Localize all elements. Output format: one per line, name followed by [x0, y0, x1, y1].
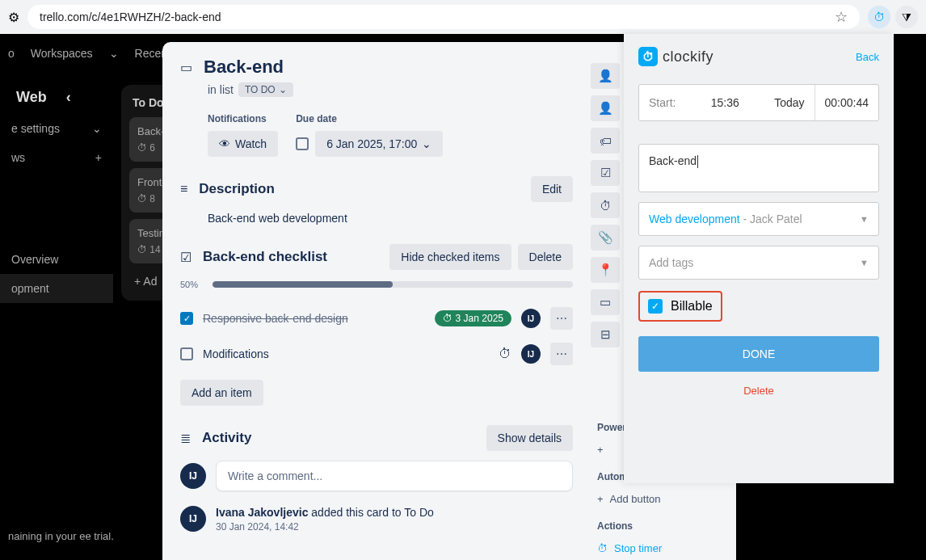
custom-fields-button[interactable]: ⊟ [591, 322, 620, 347]
edit-description-button[interactable]: Edit [531, 176, 573, 202]
due-checkbox[interactable] [296, 137, 309, 150]
extension-icons: ⏱ ⧩ [868, 6, 918, 28]
cover-icon: ▭ [600, 295, 611, 309]
description-icon: ≡ [180, 182, 187, 196]
show-details-button[interactable]: Show details [486, 425, 573, 451]
label-icon: 🏷 [600, 134, 612, 148]
avatar[interactable]: IJ [180, 506, 206, 532]
plus-icon[interactable]: + [95, 151, 102, 164]
cover-button[interactable]: ▭ [591, 289, 620, 315]
back-link[interactable]: Back [856, 51, 879, 63]
hide-checked-button[interactable]: Hide checked items [389, 244, 511, 270]
clock-icon: ⏱ [600, 199, 612, 213]
checklist-icon: ☑ [180, 250, 192, 265]
billable-checkbox[interactable]: ✓ [648, 299, 663, 314]
plus-icon: + [597, 493, 604, 505]
clock-icon[interactable]: ⏱ [499, 347, 511, 361]
location-icon: 📍 [598, 263, 613, 277]
attachment-icon: 📎 [598, 230, 613, 245]
project-select[interactable]: Web development - Jack Patel ▼ [638, 202, 879, 236]
checklist-item[interactable]: ✓ Responsive back-end design ⏱3 Jan 2025… [180, 301, 573, 336]
sidebar-item-settings[interactable]: e settings [11, 122, 60, 135]
url-bar[interactable]: trello.com/c/4e1RWHZH/2-back-end ☆ [27, 5, 860, 29]
sidebar-item-overview[interactable]: Overview [11, 253, 58, 266]
activity-heading: Activity [202, 430, 475, 446]
chevron-down-icon: ⌄ [92, 122, 102, 135]
comment-input[interactable]: Write a comment... [216, 461, 573, 491]
user-plus-icon: 👤 [598, 69, 613, 83]
activity-timestamp: 30 Jan 2024, 14:42 [216, 521, 434, 533]
bookmark-star-icon[interactable]: ☆ [835, 8, 848, 26]
checklist-title[interactable]: Back-end checklist [203, 249, 378, 265]
timer-row: Start: 15:36 Today 00:00:44 [638, 84, 879, 121]
activity-entry: Ivana Jakovljevic added this card to To … [216, 506, 434, 519]
add-card[interactable]: Ad [143, 275, 157, 288]
clockify-panel: ⏱ clockify Back Start: 15:36 Today 00:00… [624, 34, 894, 483]
progress-bar [213, 281, 573, 288]
notifications-label: Notifications [208, 113, 278, 124]
actions-heading: Actions [597, 520, 726, 532]
join-button[interactable]: 👤 [591, 63, 620, 89]
chevron-down-icon: ▼ [860, 214, 869, 224]
avatar[interactable]: IJ [521, 344, 541, 364]
delete-link[interactable]: Delete [638, 385, 879, 397]
clockify-icon: ⏱ [597, 542, 608, 554]
list-badge[interactable]: TO DO ⌄ [238, 82, 293, 97]
description-input[interactable]: Back-end [638, 144, 879, 192]
tags-select[interactable]: Add tags ▼ [638, 246, 879, 280]
more-icon[interactable]: ⋯ [550, 343, 573, 365]
members-button[interactable]: 👤 [591, 95, 620, 121]
dates-button[interactable]: ⏱ [591, 192, 620, 218]
progress-pct: 50% [180, 280, 204, 289]
clock-icon: ⏱ [443, 313, 452, 324]
site-settings-icon[interactable]: ⚙ [8, 10, 19, 25]
logo-icon[interactable]: o [8, 47, 15, 60]
in-list-label: in list [208, 83, 234, 96]
checklist-button[interactable]: ☑ [591, 160, 620, 186]
elapsed-time: 00:00:44 [814, 85, 879, 120]
more-icon[interactable]: ⋯ [550, 307, 573, 330]
fields-icon: ⊟ [600, 327, 611, 342]
extensions-icon[interactable]: ⧩ [895, 6, 918, 28]
location-button[interactable]: 📍 [591, 257, 620, 283]
clockify-extension-icon[interactable]: ⏱ [868, 6, 890, 28]
stop-timer-button[interactable]: ⏱Stop timer [597, 538, 726, 558]
start-time[interactable]: 15:36 [685, 96, 764, 109]
activity-icon: ≣ [180, 431, 191, 446]
chevron-down-icon: ⌄ [279, 84, 287, 95]
billable-toggle-highlighted[interactable]: ✓ Billable [638, 291, 722, 322]
checkbox-checked[interactable]: ✓ [180, 312, 193, 325]
chevron-down-icon: ⌄ [422, 137, 431, 150]
labels-button[interactable]: 🏷 [591, 128, 620, 154]
chevron-down-icon: ▼ [860, 258, 869, 267]
board-title[interactable]: Web [16, 89, 47, 106]
card-icon: ▭ [180, 60, 192, 75]
chevron-down-icon: ⌄ [109, 47, 119, 60]
checklist-item-date[interactable]: ⏱3 Jan 2025 [435, 310, 511, 326]
done-button[interactable]: DONE [638, 336, 879, 372]
checklist-item[interactable]: Modifications ⏱ IJ ⋯ [180, 336, 573, 372]
description-text[interactable]: Back-end web development [208, 212, 573, 225]
avatar[interactable]: IJ [521, 309, 541, 328]
add-button-button[interactable]: +Add button [597, 489, 726, 509]
collapse-icon[interactable]: ‹ [47, 89, 71, 106]
start-label: Start: [639, 96, 685, 109]
plus-icon: + [597, 444, 604, 456]
delete-checklist-button[interactable]: Delete [518, 244, 573, 270]
due-date-button[interactable]: 6 Jan 2025, 17:00 ⌄ [315, 131, 443, 157]
checklist-icon: ☑ [600, 166, 611, 180]
nav-workspaces[interactable]: Workspaces [31, 47, 93, 60]
attachment-button[interactable]: 📎 [591, 225, 620, 251]
checklist-item-text: Responsive back-end design [203, 312, 425, 325]
add-checklist-item-button[interactable]: Add an item [180, 380, 263, 406]
checkbox-unchecked[interactable] [180, 347, 193, 360]
user-icon: 👤 [598, 101, 613, 116]
today-label[interactable]: Today [764, 96, 814, 109]
sidebar-item-ws[interactable]: ws [11, 151, 25, 164]
eye-icon: 👁 [219, 137, 230, 150]
card-title[interactable]: Back-end [204, 57, 284, 78]
sidebar-item-opment[interactable]: opment [11, 282, 49, 295]
browser-chrome: ⚙ trello.com/c/4e1RWHZH/2-back-end ☆ ⏱ ⧩ [0, 0, 926, 34]
watch-button[interactable]: 👁Watch [208, 131, 278, 157]
avatar[interactable]: IJ [180, 463, 206, 489]
